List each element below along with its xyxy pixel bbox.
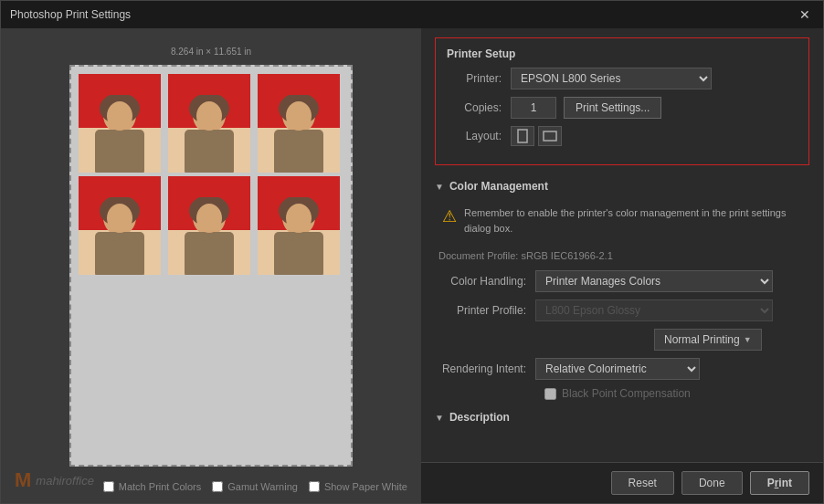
layout-portrait-button[interactable] bbox=[511, 126, 534, 146]
warning-icon: ⚠ bbox=[442, 206, 457, 226]
watermark-logo: M bbox=[15, 468, 31, 492]
rendering-intent-select[interactable]: Relative Colorimetric bbox=[535, 358, 700, 380]
close-button[interactable]: ✕ bbox=[796, 5, 814, 24]
paper-preview bbox=[69, 65, 353, 467]
printer-profile-label: Printer Profile: bbox=[435, 304, 535, 317]
watermark-text: mahiroffice bbox=[36, 474, 94, 488]
printer-row: Printer: EPSON L800 Series bbox=[447, 68, 798, 89]
copies-control: Print Settings... bbox=[511, 97, 798, 119]
printer-profile-select[interactable]: L800 Epson Glossy bbox=[535, 299, 773, 321]
print-button[interactable]: Print bbox=[750, 471, 809, 495]
copies-label: Copies: bbox=[447, 101, 511, 114]
rendering-intent-row: Rendering Intent: Relative Colorimetric bbox=[435, 358, 809, 380]
photo-cell-2 bbox=[168, 74, 250, 173]
color-handling-label: Color Handling: bbox=[435, 275, 535, 288]
color-management-arrow: ▼ bbox=[435, 182, 444, 192]
printer-setup-title: Printer Setup bbox=[447, 47, 515, 60]
print-label: Print bbox=[767, 477, 792, 489]
settings-panel: Printer Setup Printer: EPSON L800 Series… bbox=[421, 28, 823, 503]
black-point-checkbox[interactable] bbox=[544, 388, 556, 400]
copies-row: Copies: Print Settings... bbox=[447, 97, 798, 119]
photo-cell-6 bbox=[258, 176, 340, 275]
description-arrow: ▼ bbox=[435, 413, 444, 423]
photo-cell-5 bbox=[168, 176, 250, 275]
black-point-row: Black Point Compensation bbox=[544, 387, 809, 400]
layout-control bbox=[511, 126, 798, 146]
printer-profile-row: Printer Profile: L800 Epson Glossy bbox=[435, 299, 809, 321]
title-bar: Photoshop Print Settings ✕ bbox=[1, 1, 823, 28]
svg-point-7 bbox=[196, 101, 222, 131]
color-management-header[interactable]: ▼ Color Management bbox=[435, 174, 809, 198]
svg-rect-24 bbox=[518, 130, 527, 142]
match-print-colors-label[interactable]: Match Print Colors bbox=[103, 481, 201, 492]
gamut-warning-label[interactable]: Gamut Warning bbox=[212, 481, 298, 492]
rendering-intent-label: Rendering Intent: bbox=[435, 362, 535, 375]
black-point-label: Black Point Compensation bbox=[562, 387, 691, 400]
color-handling-select[interactable]: Printer Manages Colors bbox=[535, 270, 773, 292]
settings-scroll[interactable]: Printer Setup Printer: EPSON L800 Series… bbox=[421, 28, 823, 462]
printer-control: EPSON L800 Series bbox=[511, 68, 798, 89]
photo-cell-1 bbox=[79, 74, 161, 173]
match-print-colors-checkbox[interactable] bbox=[103, 481, 114, 492]
warning-text: Remember to enable the printer's color m… bbox=[464, 205, 802, 236]
gamut-warning-checkbox[interactable] bbox=[212, 481, 223, 492]
photoshop-print-settings-window: Photoshop Print Settings ✕ 8.264 in × 11… bbox=[0, 0, 824, 504]
normal-printing-container: Normal Printing ▼ bbox=[544, 329, 809, 351]
watermark: M mahiroffice bbox=[15, 468, 94, 492]
description-header[interactable]: ▼ Description bbox=[435, 405, 809, 429]
show-paper-white-label[interactable]: Show Paper White bbox=[309, 481, 407, 492]
preview-size-label: 8.264 in × 11.651 in bbox=[171, 47, 251, 57]
svg-point-3 bbox=[107, 101, 132, 131]
print-settings-button[interactable]: Print Settings... bbox=[564, 97, 661, 119]
layout-landscape-button[interactable] bbox=[538, 126, 562, 146]
layout-label: Layout: bbox=[447, 130, 511, 142]
window-title: Photoshop Print Settings bbox=[10, 8, 131, 21]
main-content: 8.264 in × 11.651 in bbox=[1, 28, 823, 503]
svg-point-15 bbox=[107, 204, 132, 233]
printer-setup-title-row: Printer Setup bbox=[447, 47, 798, 60]
printer-select[interactable]: EPSON L800 Series bbox=[511, 68, 712, 89]
color-management-title: Color Management bbox=[449, 180, 548, 193]
normal-printing-button[interactable]: Normal Printing ▼ bbox=[654, 329, 762, 351]
color-handling-row: Color Handling: Printer Manages Colors bbox=[435, 270, 809, 292]
warning-box: ⚠ Remember to enable the printer's color… bbox=[435, 198, 809, 243]
bottom-bar: Reset Done Print bbox=[421, 462, 823, 503]
color-management-section: ▼ Color Management ⚠ Remember to enable … bbox=[435, 174, 809, 400]
reset-button[interactable]: Reset bbox=[611, 471, 674, 495]
photo-cell-3 bbox=[258, 74, 340, 173]
normal-printing-arrow: ▼ bbox=[744, 335, 752, 344]
photo-grid bbox=[79, 74, 343, 275]
layout-row: Layout: bbox=[447, 126, 798, 146]
description-title: Description bbox=[449, 411, 510, 424]
printer-setup-section: Printer Setup Printer: EPSON L800 Series… bbox=[435, 37, 809, 165]
document-profile: Document Profile: sRGB IEC61966-2.1 bbox=[435, 250, 809, 261]
photo-cell-4 bbox=[79, 176, 161, 275]
svg-point-19 bbox=[196, 204, 222, 233]
svg-point-23 bbox=[286, 204, 312, 233]
svg-rect-25 bbox=[544, 131, 556, 141]
svg-point-11 bbox=[286, 101, 312, 131]
preview-panel: 8.264 in × 11.651 in bbox=[1, 28, 421, 503]
copies-input[interactable] bbox=[511, 97, 556, 119]
normal-printing-label: Normal Printing bbox=[664, 333, 740, 346]
done-button[interactable]: Done bbox=[681, 471, 743, 495]
description-section: ▼ Description bbox=[435, 405, 809, 429]
printer-label: Printer: bbox=[447, 72, 511, 85]
show-paper-white-checkbox[interactable] bbox=[309, 481, 320, 492]
